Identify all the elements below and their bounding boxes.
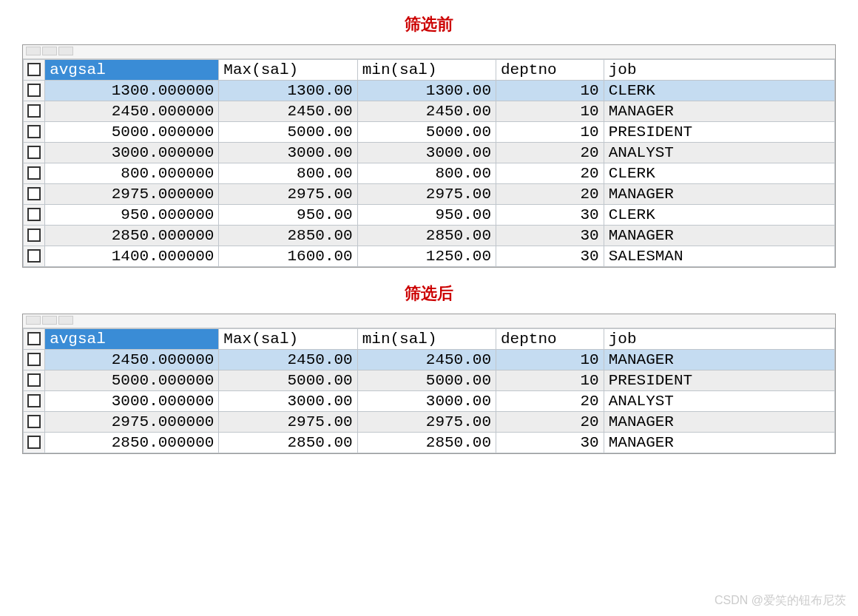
- cell-max[interactable]: 5000.00: [219, 122, 357, 143]
- toolbar-icon[interactable]: [42, 316, 57, 325]
- col-header-deptno[interactable]: deptno: [496, 60, 604, 81]
- select-all-header[interactable]: [24, 60, 45, 81]
- cell-avgsal[interactable]: 2450.000000: [45, 350, 219, 370]
- cell-min[interactable]: 2850.00: [357, 226, 496, 246]
- cell-max[interactable]: 2450.00: [219, 350, 357, 370]
- table-row[interactable]: 5000.0000005000.005000.0010PRESIDENT: [24, 370, 835, 391]
- cell-job[interactable]: PRESIDENT: [604, 370, 834, 391]
- cell-max[interactable]: 3000.00: [219, 143, 357, 163]
- cell-avgsal[interactable]: 2975.000000: [45, 184, 219, 205]
- cell-max[interactable]: 1600.00: [219, 246, 357, 267]
- cell-max[interactable]: 2975.00: [219, 184, 357, 205]
- row-checkbox-cell[interactable]: [24, 184, 45, 205]
- cell-deptno[interactable]: 20: [496, 163, 604, 184]
- cell-deptno[interactable]: 10: [496, 350, 604, 370]
- table-row[interactable]: 2450.0000002450.002450.0010MANAGER: [24, 350, 835, 370]
- cell-max[interactable]: 800.00: [219, 163, 357, 184]
- col-header-max[interactable]: Max(sal): [219, 329, 357, 350]
- checkbox-icon[interactable]: [27, 373, 41, 387]
- row-checkbox-cell[interactable]: [24, 246, 45, 267]
- cell-avgsal[interactable]: 5000.000000: [45, 122, 219, 143]
- row-checkbox-cell[interactable]: [24, 391, 45, 412]
- cell-min[interactable]: 800.00: [357, 163, 496, 184]
- toolbar-icon[interactable]: [58, 316, 73, 325]
- cell-job[interactable]: CLERK: [604, 163, 834, 184]
- row-checkbox-cell[interactable]: [24, 101, 45, 122]
- cell-avgsal[interactable]: 1400.000000: [45, 246, 219, 267]
- cell-max[interactable]: 2975.00: [219, 412, 357, 433]
- cell-job[interactable]: SALESMAN: [604, 246, 834, 267]
- cell-job[interactable]: ANALYST: [604, 391, 834, 412]
- cell-deptno[interactable]: 10: [496, 81, 604, 101]
- cell-avgsal[interactable]: 3000.000000: [45, 391, 219, 412]
- cell-deptno[interactable]: 30: [496, 433, 604, 453]
- table-row[interactable]: 1400.0000001600.001250.0030SALESMAN: [24, 246, 835, 267]
- row-checkbox-cell[interactable]: [24, 143, 45, 163]
- row-checkbox-cell[interactable]: [24, 205, 45, 226]
- table-row[interactable]: 5000.0000005000.005000.0010PRESIDENT: [24, 122, 835, 143]
- checkbox-icon[interactable]: [27, 332, 41, 345]
- cell-min[interactable]: 950.00: [357, 205, 496, 226]
- checkbox-icon[interactable]: [27, 166, 41, 180]
- row-checkbox-cell[interactable]: [24, 81, 45, 101]
- cell-max[interactable]: 2450.00: [219, 101, 357, 122]
- cell-avgsal[interactable]: 2850.000000: [45, 433, 219, 453]
- table-row[interactable]: 2975.0000002975.002975.0020MANAGER: [24, 184, 835, 205]
- cell-job[interactable]: MANAGER: [604, 226, 834, 246]
- table-row[interactable]: 950.000000950.00950.0030CLERK: [24, 205, 835, 226]
- cell-job[interactable]: MANAGER: [604, 350, 834, 370]
- cell-avgsal[interactable]: 2450.000000: [45, 101, 219, 122]
- table-row[interactable]: 3000.0000003000.003000.0020ANALYST: [24, 143, 835, 163]
- table-row[interactable]: 800.000000800.00800.0020CLERK: [24, 163, 835, 184]
- row-checkbox-cell[interactable]: [24, 412, 45, 433]
- cell-job[interactable]: PRESIDENT: [604, 122, 834, 143]
- checkbox-icon[interactable]: [27, 125, 41, 138]
- cell-job[interactable]: ANALYST: [604, 143, 834, 163]
- checkbox-icon[interactable]: [27, 63, 41, 76]
- cell-avgsal[interactable]: 5000.000000: [45, 370, 219, 391]
- cell-job[interactable]: CLERK: [604, 205, 834, 226]
- cell-deptno[interactable]: 20: [496, 184, 604, 205]
- row-checkbox-cell[interactable]: [24, 163, 45, 184]
- cell-deptno[interactable]: 30: [496, 246, 604, 267]
- cell-max[interactable]: 950.00: [219, 205, 357, 226]
- table-row[interactable]: 2850.0000002850.002850.0030MANAGER: [24, 433, 835, 453]
- toolbar-icon[interactable]: [58, 47, 73, 55]
- cell-avgsal[interactable]: 800.000000: [45, 163, 219, 184]
- cell-max[interactable]: 2850.00: [219, 433, 357, 453]
- cell-job[interactable]: MANAGER: [604, 433, 834, 453]
- cell-job[interactable]: CLERK: [604, 81, 834, 101]
- cell-min[interactable]: 5000.00: [357, 370, 496, 391]
- checkbox-icon[interactable]: [27, 249, 41, 263]
- cell-max[interactable]: 1300.00: [219, 81, 357, 101]
- toolbar-icon[interactable]: [26, 316, 41, 325]
- table-row[interactable]: 1300.0000001300.001300.0010CLERK: [24, 81, 835, 101]
- cell-max[interactable]: 5000.00: [219, 370, 357, 391]
- checkbox-icon[interactable]: [27, 436, 41, 449]
- cell-deptno[interactable]: 30: [496, 205, 604, 226]
- cell-min[interactable]: 2850.00: [357, 433, 496, 453]
- cell-min[interactable]: 2450.00: [357, 350, 496, 370]
- col-header-job[interactable]: job: [604, 329, 834, 350]
- cell-deptno[interactable]: 20: [496, 143, 604, 163]
- cell-avgsal[interactable]: 1300.000000: [45, 81, 219, 101]
- cell-min[interactable]: 1300.00: [357, 81, 496, 101]
- cell-min[interactable]: 3000.00: [357, 143, 496, 163]
- row-checkbox-cell[interactable]: [24, 350, 45, 370]
- cell-min[interactable]: 3000.00: [357, 391, 496, 412]
- cell-avgsal[interactable]: 950.000000: [45, 205, 219, 226]
- cell-min[interactable]: 1250.00: [357, 246, 496, 267]
- cell-min[interactable]: 2975.00: [357, 184, 496, 205]
- row-checkbox-cell[interactable]: [24, 226, 45, 246]
- checkbox-icon[interactable]: [27, 394, 41, 407]
- cell-deptno[interactable]: 20: [496, 391, 604, 412]
- cell-job[interactable]: MANAGER: [604, 184, 834, 205]
- table-row[interactable]: 2450.0000002450.002450.0010MANAGER: [24, 101, 835, 122]
- checkbox-icon[interactable]: [27, 187, 41, 200]
- cell-deptno[interactable]: 10: [496, 370, 604, 391]
- col-header-max[interactable]: Max(sal): [219, 60, 357, 81]
- col-header-deptno[interactable]: deptno: [496, 329, 604, 350]
- row-checkbox-cell[interactable]: [24, 122, 45, 143]
- checkbox-icon[interactable]: [27, 415, 41, 428]
- cell-deptno[interactable]: 20: [496, 412, 604, 433]
